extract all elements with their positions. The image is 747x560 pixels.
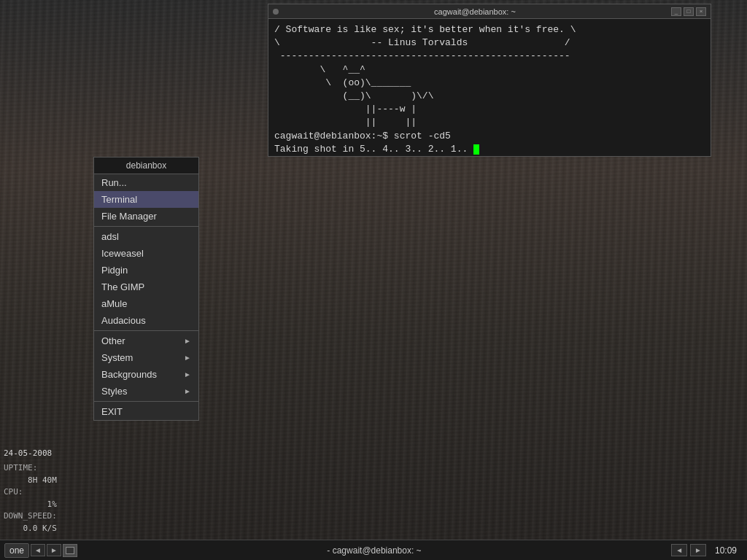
terminal-line-10: cagwait@debianbox:~$ scrot -cd5 xyxy=(274,130,705,143)
taskbar-title: - cagwait@debianbox: ~ xyxy=(327,545,421,556)
terminal-titlebar: cagwait@debianbox: ~ _ □ × xyxy=(268,4,711,19)
menu-item-other[interactable]: Other ► xyxy=(94,332,198,349)
terminal-line-8: || || xyxy=(274,116,705,129)
taskbar-right: ◄ ► 10:09 xyxy=(667,544,747,556)
terminal-line-5: \ (oo)\_______ xyxy=(274,77,705,90)
maximize-button[interactable]: □ xyxy=(684,7,694,16)
workspace-next[interactable]: ► xyxy=(47,544,61,556)
close-button[interactable]: × xyxy=(696,7,706,16)
menu-item-adsl[interactable]: adsl xyxy=(94,228,198,245)
menu-item-filemanager[interactable]: File Manager xyxy=(94,208,198,225)
menu-item-gimp[interactable]: The GIMP xyxy=(94,279,198,295)
taskbar-time: 10:09 xyxy=(709,545,743,556)
submenu-arrow-system: ► xyxy=(184,354,191,362)
pager-icon xyxy=(66,547,74,554)
sysinfo-cpu-row: CPU: 1% xyxy=(4,486,57,510)
menu-item-system[interactable]: System ► xyxy=(94,349,198,366)
cpu-value: 1% xyxy=(4,499,57,511)
terminal-line-3: ----------------------------------------… xyxy=(274,50,705,63)
context-menu: debianbox Run... Terminal File Manager a… xyxy=(93,157,199,421)
workspace-label[interactable]: one xyxy=(4,543,29,558)
terminal-line-11: Taking shot in 5.. 4.. 3.. 2.. 1.. xyxy=(274,143,705,156)
terminal-line-7: ||----w | xyxy=(274,103,705,116)
menu-item-exit[interactable]: EXIT xyxy=(94,403,198,420)
menu-item-run[interactable]: Run... xyxy=(94,174,198,191)
menu-item-iceweasel[interactable]: Iceweasel xyxy=(94,245,198,262)
terminal-window: cagwait@debianbox: ~ _ □ × / Software is… xyxy=(268,4,711,157)
down-value: 0.0 K/S xyxy=(4,523,57,535)
submenu-arrow-backgrounds: ► xyxy=(184,370,191,378)
terminal-line-1: / Software is like sex; it's better when… xyxy=(274,23,705,36)
menu-item-backgrounds[interactable]: Backgrounds ► xyxy=(94,366,198,383)
submenu-arrow-styles: ► xyxy=(184,387,191,395)
terminal-title: cagwait@debianbox: ~ xyxy=(434,7,516,16)
taskbar-pager[interactable] xyxy=(63,544,77,557)
sysinfo-down-row: DOWN_SPEED: 0.0 K/S xyxy=(4,510,57,534)
menu-item-audacious[interactable]: Audacious xyxy=(94,312,198,329)
down-label: DOWN_SPEED: xyxy=(4,511,57,521)
menu-item-terminal[interactable]: Terminal xyxy=(94,191,198,208)
menu-item-amule[interactable]: aMule xyxy=(94,295,198,312)
cpu-label: CPU: xyxy=(4,487,23,497)
taskbar: one ◄ ► - cagwait@debianbox: ~ ◄ ► 10:09 xyxy=(0,540,747,560)
taskbar-workspace: one ◄ ► xyxy=(0,543,82,558)
menu-header: debianbox xyxy=(94,158,198,174)
taskbar-center: - cagwait@debianbox: ~ xyxy=(82,545,667,556)
uptime-value: 8H 40M xyxy=(4,475,57,487)
uptime-label: UPTIME: xyxy=(4,463,37,472)
taskbar-nav-next[interactable]: ► xyxy=(690,544,706,556)
separator-2 xyxy=(94,330,198,331)
submenu-arrow-other: ► xyxy=(184,337,191,345)
terminal-controls: _ □ × xyxy=(671,7,706,16)
workspace-prev[interactable]: ◄ xyxy=(31,544,45,556)
terminal-line-2: \ -- Linus Torvalds / xyxy=(274,36,705,50)
terminal-line-4: \ ^__^ xyxy=(274,63,705,77)
sysinfo-date: 24-05-2008 xyxy=(4,448,57,460)
terminal-dot xyxy=(273,9,279,15)
menu-item-pidgin[interactable]: Pidgin xyxy=(94,262,198,279)
terminal-cursor xyxy=(473,144,479,155)
minimize-button[interactable]: _ xyxy=(671,7,681,16)
separator-1 xyxy=(94,226,198,227)
terminal-line-6: (__)\ )\/\ xyxy=(274,90,705,103)
sysinfo-uptime-row: UPTIME: 8H 40M xyxy=(4,462,57,486)
sysinfo-panel: 24-05-2008 UPTIME: 8H 40M CPU: 1% DOWN_S… xyxy=(4,448,57,535)
menu-item-styles[interactable]: Styles ► xyxy=(94,383,198,400)
terminal-body: / Software is like sex; it's better when… xyxy=(268,19,711,156)
taskbar-nav-prev[interactable]: ◄ xyxy=(671,544,687,556)
separator-3 xyxy=(94,401,198,402)
